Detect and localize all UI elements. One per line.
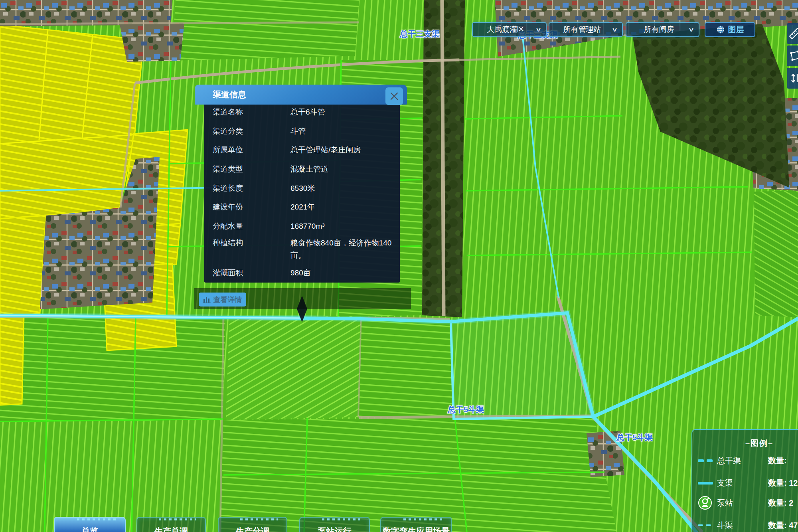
tab-production-dispatch[interactable]: 生产分调 xyxy=(218,517,287,532)
popup-close-button[interactable] xyxy=(385,87,403,105)
chevron-down-icon: ∨ xyxy=(611,26,618,33)
field-value: 粮食作物840亩，经济作物140亩。 xyxy=(290,237,395,261)
legend-panel: –图例– 总干渠 数量: 支渠 数量: 12 xyxy=(691,429,798,532)
tab-label: 泵站运行 xyxy=(318,526,352,532)
field-value: 168770m³ xyxy=(290,220,395,232)
chevron-down-icon: ∨ xyxy=(535,26,541,33)
legend-title: –图例– xyxy=(692,438,798,449)
district-dropdown-label: 大禹渡灌区 xyxy=(487,24,525,35)
view-details-button[interactable]: 查看详情 xyxy=(199,293,246,307)
legend-count: 数量: xyxy=(768,453,787,469)
legend-label: 总干渠 xyxy=(717,453,741,469)
solid-line-icon xyxy=(698,475,716,491)
gate-dropdown-label: 所有闸房 xyxy=(644,24,674,35)
legend-label: 泵站 xyxy=(717,495,733,511)
canal-label-zonggan5-2[interactable]: 总干5斗渠 xyxy=(616,432,653,443)
measure-height-button[interactable] xyxy=(787,68,798,89)
field-value: 总干6斗管 xyxy=(290,106,395,118)
layers-globe-icon xyxy=(716,25,725,34)
measure-distance-button[interactable] xyxy=(787,23,798,44)
layers-button-label: 图层 xyxy=(728,24,744,35)
field-label: 渠道分类 xyxy=(213,125,243,137)
canal-label-zonggan5-1[interactable]: 总干5斗渠 xyxy=(448,404,484,415)
tab-digital-twin-scenarios[interactable]: 数字孪生应用场景 xyxy=(380,517,452,532)
field-label: 渠道长度 xyxy=(213,182,243,194)
station-dropdown[interactable]: 所有管理站 ∨ xyxy=(549,22,623,37)
field-label: 灌溉面积 xyxy=(213,267,243,279)
tab-overview[interactable]: 总览 xyxy=(54,517,126,532)
digital-irrigation-dashboard: 总干三支渠 总干三支渠 总干5斗渠 总干5斗渠 大禹渡灌区 ∨ 所有管理站 ∨ … xyxy=(0,0,798,532)
tab-label: 生产分调 xyxy=(236,526,269,532)
legend-row-pump-station[interactable]: 泵站 数量: 2 xyxy=(692,495,798,511)
close-icon xyxy=(389,91,399,101)
chevron-down-icon: ∨ xyxy=(688,26,694,33)
field-value: 980亩 xyxy=(290,267,395,279)
tab-label: 总览 xyxy=(81,526,98,532)
station-dropdown-label: 所有管理站 xyxy=(563,24,601,35)
legend-count: 数量: 47 xyxy=(768,517,798,532)
ruler-icon xyxy=(788,26,798,41)
channel-info-popup-header[interactable]: 渠道信息 xyxy=(195,85,407,105)
field-label: 所属单位 xyxy=(213,144,243,156)
dashed-bold-line-icon xyxy=(698,453,716,469)
district-dropdown[interactable]: 大禹渡灌区 ∨ xyxy=(472,22,547,37)
field-value: 2021年 xyxy=(290,201,395,213)
height-measure-icon xyxy=(788,71,798,85)
legend-row-field-canal[interactable]: 斗渠 数量: 47 xyxy=(692,517,798,532)
tab-pump-operation[interactable]: 泵站运行 xyxy=(299,517,370,532)
field-label: 分配水量 xyxy=(213,220,243,232)
field-label: 渠道名称 xyxy=(213,106,243,118)
gate-dropdown[interactable]: 所有闸房 ∨ xyxy=(626,22,699,37)
field-value: 6530米 xyxy=(290,182,395,194)
tab-production-general[interactable]: 生产总调 xyxy=(136,517,206,532)
field-value: 总干管理站/老庄闸房 xyxy=(290,144,395,156)
popup-footer-band: 查看详情 xyxy=(194,288,411,309)
popup-title: 渠道信息 xyxy=(213,89,246,100)
channel-info-popup-body: 渠道名称 总干6斗管 渠道分类 斗管 所属单位 总干管理站/老庄闸房 渠道类型 … xyxy=(204,105,400,283)
legend-label: 斗渠 xyxy=(717,517,733,532)
measure-area-button[interactable] xyxy=(787,45,798,66)
legend-row-main-canal[interactable]: 总干渠 数量: xyxy=(692,453,798,469)
legend-label: 支渠 xyxy=(717,475,733,491)
dashed-thin-line-icon xyxy=(698,517,716,532)
polygon-measure-icon xyxy=(788,49,798,63)
view-details-label: 查看详情 xyxy=(213,295,242,305)
field-label: 种植结构 xyxy=(213,237,243,249)
canal-label-zonggansan-1[interactable]: 总干三支渠 xyxy=(400,29,440,40)
tab-label: 生产总调 xyxy=(154,526,188,532)
legend-count: 数量: 12 xyxy=(768,475,798,491)
legend-count: 数量: 2 xyxy=(768,495,793,511)
tab-label: 数字孪生应用场景 xyxy=(383,526,450,532)
pump-station-icon xyxy=(698,495,716,511)
bar-chart-icon xyxy=(203,296,211,303)
field-label: 渠道类型 xyxy=(213,163,243,175)
layers-button[interactable]: 图层 xyxy=(705,22,755,37)
field-value: 斗管 xyxy=(290,125,395,137)
field-label: 建设年份 xyxy=(213,201,243,213)
field-value: 混凝土管道 xyxy=(290,163,395,175)
legend-row-branch-canal[interactable]: 支渠 数量: 12 xyxy=(692,475,798,491)
